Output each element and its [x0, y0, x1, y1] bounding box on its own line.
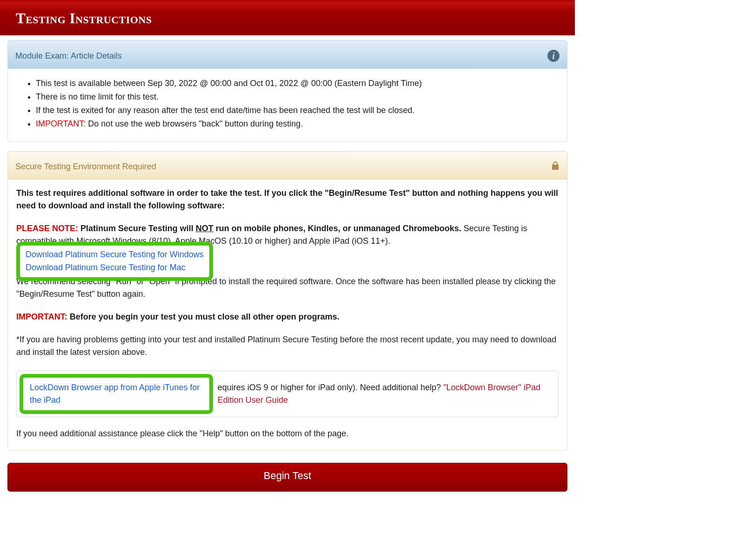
- download-links-highlight: Download Platinum Secure Testing for Win…: [16, 242, 213, 281]
- lockdown-ipad-link[interactable]: LockDown Browser app from Apple iTunes f…: [30, 383, 200, 405]
- secure-intro: This test requires additional software i…: [16, 187, 559, 212]
- please-note-not: NOT: [196, 224, 213, 233]
- list-item: There is no time limit for this test.: [36, 91, 559, 103]
- module-exam-section: Module Exam: Article Details i This test…: [7, 40, 567, 142]
- secure-testing-section: Secure Testing Environment Required This…: [7, 151, 567, 451]
- secure-testing-header: Secure Testing Environment Required: [7, 151, 567, 180]
- lock-icon: [551, 161, 560, 173]
- module-exam-body: This test is available between Sep 30, 2…: [7, 69, 567, 142]
- important2-label: IMPORTANT:: [16, 312, 67, 321]
- please-note-post: run on mobile phones, Kindles, or unmana…: [213, 224, 461, 233]
- page-banner: Testing Instructions: [0, 0, 575, 35]
- page-title: Testing Instructions: [16, 10, 575, 27]
- important2-text: Before you begin your test you must clos…: [67, 312, 340, 321]
- module-exam-title: Module Exam: Article Details: [15, 51, 122, 61]
- important-text: Do not use the web browsers "back" butto…: [86, 119, 303, 128]
- info-icon[interactable]: i: [547, 50, 560, 62]
- please-note-label: PLEASE NOTE:: [16, 224, 78, 233]
- list-item: This test is available between Sep 30, 2…: [36, 77, 559, 90]
- secure-testing-title: Secure Testing Environment Required: [15, 162, 156, 172]
- download-mac-link[interactable]: Download Platinum Secure Testing for Mac: [26, 263, 186, 272]
- begin-test-label: Begin Test: [264, 470, 311, 481]
- module-exam-header: Module Exam: Article Details i: [7, 40, 567, 69]
- ipad-mid-text: equires iOS 9 or higher for iPad only). …: [218, 381, 554, 407]
- secure-testing-body: This test requires additional software i…: [7, 180, 567, 451]
- download-windows-link[interactable]: Download Platinum Secure Testing for Win…: [26, 250, 204, 259]
- begin-test-button[interactable]: Begin Test: [7, 463, 567, 492]
- list-item: IMPORTANT: Do not use the web browsers "…: [36, 118, 559, 130]
- ipad-link-highlight: LockDown Browser app from Apple iTunes f…: [20, 374, 213, 414]
- ipad-row: LockDown Browser app from Apple iTunes f…: [16, 371, 559, 417]
- list-item: If the test is exited for any reason aft…: [36, 104, 559, 117]
- module-details-list: This test is available between Sep 30, 2…: [16, 77, 559, 130]
- reinstall-note: *If you are having problems getting into…: [16, 333, 559, 359]
- assistance-note: If you need additional assistance please…: [16, 427, 559, 440]
- please-note-pre: Platinum Secure Testing will: [78, 224, 196, 233]
- important-label: IMPORTANT:: [36, 119, 86, 128]
- important-close-programs: IMPORTANT: Before you begin your test yo…: [16, 311, 559, 323]
